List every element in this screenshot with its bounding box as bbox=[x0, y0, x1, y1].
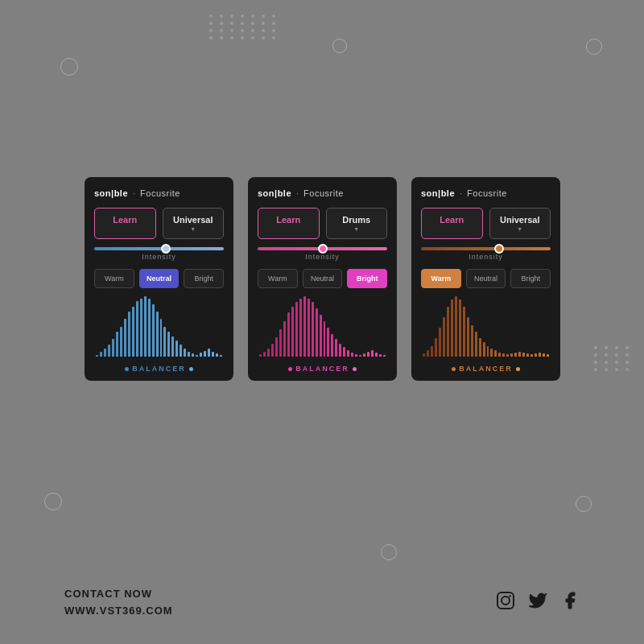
tone-row-2: Warm Neutral Bright bbox=[258, 269, 387, 288]
brand-sonible-2: son|ble bbox=[258, 188, 291, 198]
btn-row-3: Learn Universal ▼ bbox=[421, 208, 551, 239]
twitter-icon[interactable] bbox=[528, 591, 547, 615]
dropdown-arrow-1: ▼ bbox=[190, 226, 196, 232]
slider-thumb-1[interactable] bbox=[161, 244, 171, 254]
contact-line2: WWW.VST369.COM bbox=[64, 603, 173, 620]
plugin-card-warm: son|ble · Focusrite Learn Universal ▼ In… bbox=[411, 177, 560, 381]
eq-bars-3 bbox=[421, 296, 551, 357]
svg-point-2 bbox=[509, 596, 510, 597]
brand-focusrite-1: Focusrite bbox=[140, 188, 180, 198]
brand-focusrite-2: Focusrite bbox=[303, 188, 344, 198]
balancer-text-2: BALANCER bbox=[295, 365, 349, 373]
dropdown-arrow-3: ▼ bbox=[517, 226, 522, 232]
slider-track-2[interactable] bbox=[258, 247, 387, 250]
neutral-btn-1[interactable]: Neutral bbox=[139, 269, 180, 288]
decorative-circle-1 bbox=[60, 58, 78, 76]
warm-btn-1[interactable]: Warm bbox=[94, 269, 134, 288]
svg-rect-0 bbox=[497, 592, 514, 609]
balancer-text-1: BALANCER bbox=[132, 365, 186, 373]
intensity-section-3: Intensity bbox=[421, 247, 551, 261]
slider-track-1[interactable] bbox=[94, 247, 224, 250]
contact-line1: CONTACT NOW bbox=[64, 586, 173, 603]
facebook-icon[interactable] bbox=[560, 591, 580, 615]
instagram-icon[interactable] bbox=[496, 591, 515, 615]
plugin-card-pink: son|ble · Focusrite Learn Drums ▼ Intens… bbox=[248, 177, 397, 381]
btn-row-1: Learn Universal ▼ bbox=[94, 208, 224, 239]
mode-label-2: Drums bbox=[342, 215, 370, 225]
card-header-2: son|ble · Focusrite bbox=[258, 188, 387, 198]
mode-button-1[interactable]: Universal ▼ bbox=[163, 208, 225, 239]
warm-btn-3[interactable]: Warm bbox=[421, 269, 461, 288]
mode-label-3: Universal bbox=[500, 215, 540, 225]
decorative-circle-2 bbox=[332, 39, 347, 53]
balancer-label-2: BALANCER bbox=[258, 365, 387, 373]
social-icons bbox=[496, 591, 580, 615]
learn-button-3[interactable]: Learn bbox=[421, 208, 483, 239]
intensity-label-2: Intensity bbox=[258, 253, 387, 261]
decorative-circle-4 bbox=[44, 493, 62, 510]
balancer-dot-right-3 bbox=[516, 367, 520, 371]
tone-row-3: Warm Neutral Bright bbox=[421, 269, 551, 288]
learn-button-1[interactable]: Learn bbox=[94, 208, 156, 239]
bright-btn-1[interactable]: Bright bbox=[184, 269, 224, 288]
dots-decoration-top bbox=[209, 14, 279, 39]
svg-point-1 bbox=[502, 597, 510, 605]
brand-focusrite-3: Focusrite bbox=[467, 188, 507, 198]
slider-thumb-2[interactable] bbox=[318, 244, 328, 254]
balancer-dot-right-1 bbox=[189, 367, 193, 371]
balancer-label-3: BALANCER bbox=[421, 365, 551, 373]
btn-row-2: Learn Drums ▼ bbox=[258, 208, 387, 239]
brand-dot-3: · bbox=[460, 188, 462, 198]
warm-btn-2[interactable]: Warm bbox=[258, 269, 298, 288]
intensity-label-3: Intensity bbox=[421, 253, 551, 261]
balancer-dot-left-2 bbox=[288, 367, 292, 371]
brand-sonible-1: son|ble bbox=[94, 188, 128, 198]
bright-btn-3[interactable]: Bright bbox=[510, 269, 551, 288]
brand-dot-1: · bbox=[133, 188, 135, 198]
cards-container: son|ble · Focusrite Learn Universal ▼ In… bbox=[85, 177, 560, 381]
intensity-section-2: Intensity bbox=[258, 247, 387, 261]
mode-label-1: Universal bbox=[173, 215, 213, 225]
card-header-1: son|ble · Focusrite bbox=[94, 188, 224, 198]
contact-text: CONTACT NOW WWW.VST369.COM bbox=[64, 586, 173, 620]
bottom-section: CONTACT NOW WWW.VST369.COM bbox=[0, 586, 644, 620]
dots-decoration-right bbox=[594, 346, 632, 371]
intensity-label-1: Intensity bbox=[94, 253, 224, 261]
brand-dot-2: · bbox=[296, 188, 299, 198]
balancer-dot-right-2 bbox=[353, 367, 357, 371]
bright-btn-2[interactable]: Bright bbox=[347, 269, 387, 288]
intensity-section-1: Intensity bbox=[94, 247, 224, 261]
balancer-label-1: BALANCER bbox=[94, 365, 224, 373]
decorative-circle-3 bbox=[586, 39, 602, 55]
neutral-btn-2[interactable]: Neutral bbox=[303, 269, 343, 288]
balancer-dot-left-3 bbox=[452, 367, 456, 371]
neutral-btn-3[interactable]: Neutral bbox=[466, 269, 506, 288]
learn-button-2[interactable]: Learn bbox=[258, 208, 320, 239]
balancer-dot-left-1 bbox=[125, 367, 129, 371]
mode-button-2[interactable]: Drums ▼ bbox=[326, 208, 388, 239]
mode-button-3[interactable]: Universal ▼ bbox=[489, 208, 551, 239]
slider-thumb-3[interactable] bbox=[494, 244, 504, 254]
tone-row-1: Warm Neutral Bright bbox=[94, 269, 224, 288]
slider-track-3[interactable] bbox=[421, 247, 551, 250]
brand-sonible-3: son|ble bbox=[421, 188, 455, 198]
decorative-circle-6 bbox=[576, 496, 592, 512]
plugin-card-blue: son|ble · Focusrite Learn Universal ▼ In… bbox=[85, 177, 233, 381]
card-header-3: son|ble · Focusrite bbox=[421, 188, 551, 198]
eq-bars-1 bbox=[94, 296, 224, 357]
balancer-text-3: BALANCER bbox=[459, 365, 513, 373]
eq-bars-2 bbox=[258, 296, 387, 357]
dropdown-arrow-2: ▼ bbox=[353, 226, 359, 232]
decorative-circle-5 bbox=[381, 544, 397, 560]
